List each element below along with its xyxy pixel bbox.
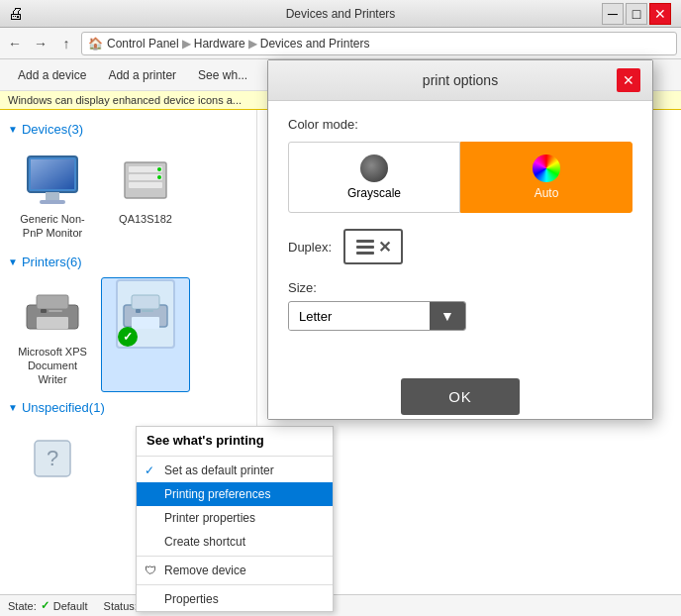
color-mode-label: Color mode: <box>288 117 632 132</box>
size-dropdown-arrow-icon[interactable]: ▼ <box>430 302 465 330</box>
size-select-value: Letter <box>289 303 430 330</box>
print-options-dialog: print options ✕ Color mode: Grayscale Au… <box>267 59 653 420</box>
grayscale-label: Grayscale <box>347 186 401 200</box>
duplex-icon-box[interactable]: ✕ <box>343 229 403 264</box>
auto-color-button[interactable]: Auto <box>460 142 632 213</box>
color-mode-row: Grayscale Auto <box>288 142 632 213</box>
duplex-label: Duplex: <box>288 240 332 255</box>
dialog-body: Color mode: Grayscale Auto Duplex: <box>268 101 652 366</box>
size-row: Size: Letter ▼ <box>288 280 632 331</box>
ok-btn-row: OK <box>268 366 652 419</box>
grayscale-button[interactable]: Grayscale <box>288 142 460 213</box>
duplex-x-icon: ✕ <box>378 238 391 257</box>
size-label: Size: <box>288 280 632 295</box>
duplex-lines-icon <box>356 240 374 255</box>
dialog-overlay: print options ✕ Color mode: Grayscale Au… <box>0 0 681 616</box>
dialog-title-bar: print options ✕ <box>268 60 652 101</box>
auto-label: Auto <box>535 186 559 200</box>
grayscale-icon <box>360 154 388 182</box>
color-wheel-icon <box>533 154 560 182</box>
dialog-close-button[interactable]: ✕ <box>617 68 640 92</box>
size-select[interactable]: Letter ▼ <box>288 301 466 331</box>
dialog-title: print options <box>304 72 617 88</box>
duplex-row: Duplex: ✕ <box>288 229 632 264</box>
ok-button[interactable]: OK <box>401 378 520 415</box>
